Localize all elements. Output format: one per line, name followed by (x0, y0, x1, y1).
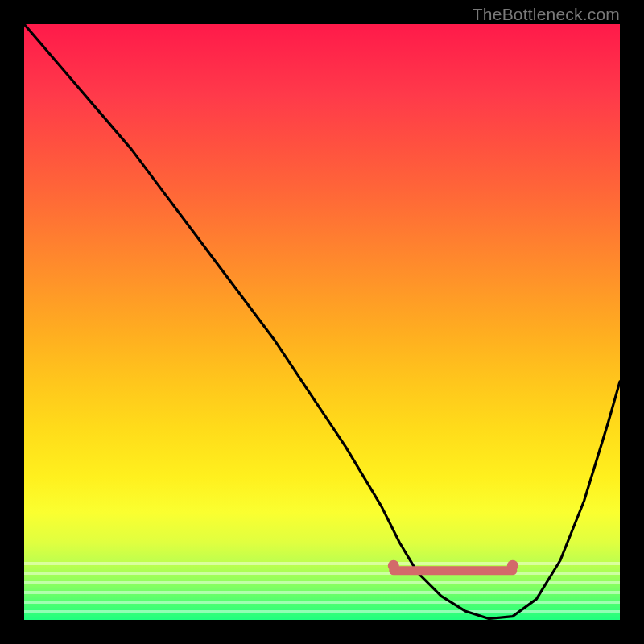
curve-svg (24, 24, 620, 620)
chart-container: TheBottleneck.com (0, 0, 644, 644)
curve-line (24, 24, 620, 619)
plot-area (24, 24, 620, 620)
watermark-label: TheBottleneck.com (473, 5, 620, 24)
flat-marker-dot (507, 560, 518, 572)
flat-marker-dot (388, 560, 399, 572)
